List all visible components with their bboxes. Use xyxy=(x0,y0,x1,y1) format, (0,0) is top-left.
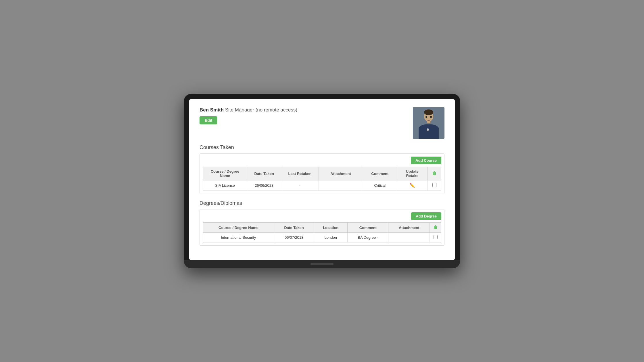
course-attachment-cell xyxy=(319,180,363,191)
degrees-col-attachment: Attachment xyxy=(388,223,430,233)
courses-col-comment: Comment xyxy=(363,167,397,180)
degrees-col-comment: Comment xyxy=(348,223,388,233)
svg-point-5 xyxy=(425,116,427,118)
add-course-button[interactable]: Add Course xyxy=(411,157,441,164)
degree-delete-cell xyxy=(430,233,441,242)
degrees-table: Course / Degree Name Date Taken Location… xyxy=(203,222,441,242)
course-retaken-cell: - xyxy=(281,180,319,191)
degrees-col-delete: 🗑 xyxy=(430,223,441,233)
courses-col-attachment: Attachment xyxy=(319,167,363,180)
degree-date-cell: 06/07/2018 xyxy=(274,233,314,242)
course-update-cell: ✏️ xyxy=(397,180,428,191)
course-delete-checkbox[interactable] xyxy=(432,183,436,187)
courses-col-delete: 🗑 xyxy=(428,167,441,180)
table-row: International Security 06/07/2018 London… xyxy=(203,233,441,242)
profile-role-text: Site Manager (no remote access) xyxy=(225,107,297,113)
degree-location-cell: London xyxy=(314,233,348,242)
courses-col-date: Date Taken xyxy=(247,167,281,180)
degrees-col-name: Course / Degree Name xyxy=(203,223,274,233)
profile-name-text: Ben Smith xyxy=(200,107,224,113)
svg-point-6 xyxy=(430,116,432,118)
courses-header-row: Add Course xyxy=(203,157,441,164)
course-date-cell: 26/06/2023 xyxy=(247,180,281,191)
degrees-header-delete-icon: 🗑 xyxy=(433,225,438,230)
courses-col-name: Course / Degree Name xyxy=(203,167,247,180)
laptop-notch xyxy=(310,263,334,265)
course-name-cell: SIA License xyxy=(203,180,247,191)
profile-header: Ben Smith Site Manager (no remote access… xyxy=(200,107,444,139)
courses-header-delete-icon: 🗑 xyxy=(432,171,437,176)
course-edit-icon[interactable]: ✏️ xyxy=(409,183,415,188)
course-delete-cell xyxy=(428,180,441,191)
courses-section-box: Add Course Course / Degree Name Date Tak… xyxy=(200,153,444,194)
degrees-section-title: Degrees/Diplomas xyxy=(200,200,444,206)
degree-name-cell: International Security xyxy=(203,233,274,242)
svg-rect-3 xyxy=(427,120,430,123)
degree-comment-cell: BA Degree - xyxy=(348,233,388,242)
table-row: SIA License 26/06/2023 - Critical ✏️ xyxy=(203,180,441,191)
degrees-col-date: Date Taken xyxy=(274,223,314,233)
avatar xyxy=(413,107,444,139)
degrees-header-row: Add Degree xyxy=(203,212,441,220)
profile-info: Ben Smith Site Manager (no remote access… xyxy=(200,107,413,124)
courses-col-update: Update Retake xyxy=(397,167,428,180)
svg-point-2 xyxy=(424,109,433,115)
courses-col-retaken: Last Retaken xyxy=(281,167,319,180)
course-comment-cell: Critical xyxy=(363,180,397,191)
courses-table: Course / Degree Name Date Taken Last Ret… xyxy=(203,167,441,191)
degree-delete-checkbox[interactable] xyxy=(434,235,438,239)
edit-button[interactable]: Edit xyxy=(200,116,217,124)
degrees-section-box: Add Degree Course / Degree Name Date Tak… xyxy=(200,209,444,246)
degrees-col-location: Location xyxy=(314,223,348,233)
svg-point-4 xyxy=(427,128,429,131)
profile-name: Ben Smith Site Manager (no remote access… xyxy=(200,107,413,113)
add-degree-button[interactable]: Add Degree xyxy=(411,212,441,220)
courses-section-title: Courses Taken xyxy=(200,145,444,151)
degree-attachment-cell xyxy=(388,233,430,242)
